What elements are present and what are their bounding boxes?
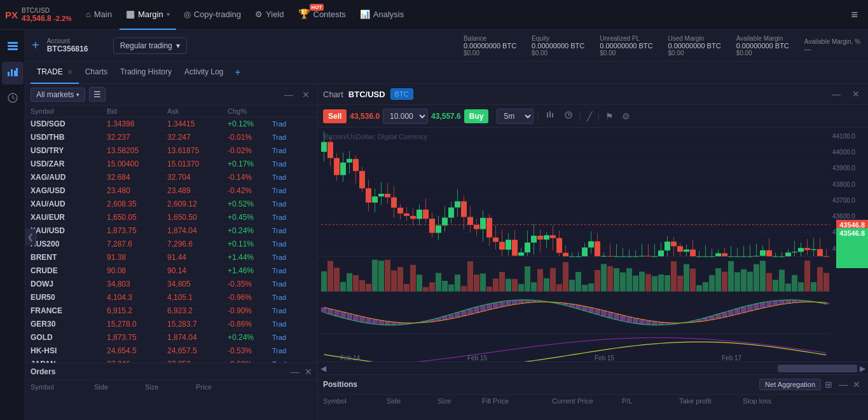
svg-rect-270 bbox=[792, 275, 797, 292]
tab-charts[interactable]: Charts bbox=[79, 62, 114, 84]
positions-minimize[interactable]: — bbox=[836, 378, 850, 391]
svg-text:Feb 15: Feb 15 bbox=[467, 355, 488, 362]
svg-rect-53 bbox=[372, 196, 378, 203]
hamburger-menu[interactable]: ≡ bbox=[846, 3, 863, 27]
orders-close[interactable]: ✕ bbox=[305, 367, 312, 377]
market-row[interactable]: USD/SGD 1.34398 1.34415 +0.12% Trad bbox=[25, 118, 317, 131]
svg-rect-77 bbox=[448, 208, 454, 218]
sidebar-icon-clock[interactable] bbox=[2, 87, 24, 111]
market-row[interactable]: USD/TRY 13.58205 13.61875 -0.02% Trad bbox=[25, 144, 317, 158]
sell-button[interactable]: Sell bbox=[323, 109, 347, 123]
tab-add[interactable]: + bbox=[230, 67, 245, 78]
all-markets-btn[interactable]: All markets ▾ bbox=[31, 88, 85, 102]
left-expand-btn[interactable]: ❮ bbox=[25, 229, 36, 245]
nav-item-contests[interactable]: HOT 🏆 Contests bbox=[292, 0, 352, 30]
markets-minimize-icon[interactable]: — bbox=[282, 88, 296, 101]
market-row[interactable]: CRUDE 90.08 90.14 +1.46% Trad bbox=[25, 264, 317, 278]
nav-item-analysis[interactable]: 📊 Analysis bbox=[354, 0, 410, 30]
nav-item-copy-trading[interactable]: ◎ Copy-trading bbox=[177, 0, 247, 30]
svg-rect-322 bbox=[614, 314, 619, 320]
svg-rect-55 bbox=[378, 194, 384, 196]
svg-rect-103 bbox=[531, 236, 537, 243]
nav-item-main[interactable]: ⌂ Main bbox=[79, 0, 118, 30]
timeframe-select[interactable]: 5m 1m 15m 1h 4h 1D bbox=[497, 109, 534, 124]
markets-view-toggle[interactable]: ☰ bbox=[89, 87, 106, 102]
market-row[interactable]: XAG/USD 23.480 23.489 -0.42% Trad bbox=[25, 184, 317, 198]
svg-text:43900.0: 43900.0 bbox=[832, 165, 856, 172]
svg-rect-232 bbox=[550, 268, 556, 292]
svg-rect-111 bbox=[556, 238, 562, 253]
market-row[interactable]: FRANCE 6,915.2 6,923.2 -0.90% Trad bbox=[25, 304, 317, 318]
svg-rect-12 bbox=[552, 113, 553, 118]
chart-pair-btn[interactable]: BTC bbox=[390, 88, 413, 100]
svg-rect-65 bbox=[410, 216, 416, 219]
market-row[interactable]: GOLD 1,873.75 1,874.04 +0.24% Trad bbox=[25, 331, 317, 344]
market-row[interactable]: BRENT 91.38 91.44 +1.44% Trad bbox=[25, 251, 317, 264]
svg-rect-149 bbox=[677, 246, 683, 252]
market-row[interactable]: HK-HSI 24,654.5 24,657.5 -0.53% Trad bbox=[25, 344, 317, 358]
contests-icon: 🏆 bbox=[298, 8, 310, 20]
svg-rect-127 bbox=[607, 256, 613, 257]
markets-close-icon[interactable]: ✕ bbox=[300, 88, 312, 101]
positions-header: Positions Net Aggregation ⊞ — ✕ bbox=[318, 375, 868, 395]
sidebar-icon-layers[interactable] bbox=[2, 36, 24, 59]
candlestick-icon[interactable] bbox=[542, 109, 558, 123]
svg-rect-95 bbox=[506, 240, 511, 249]
market-row[interactable]: GER30 15,278.0 15,283.7 -0.86% Trad bbox=[25, 318, 317, 331]
indicator-icon[interactable] bbox=[561, 109, 576, 123]
market-row[interactable]: USD/ZAR 15.00400 15.01370 +0.17% Trad bbox=[25, 158, 317, 171]
market-row[interactable]: DOWJ 34,803 34,805 -0.35% Trad bbox=[25, 278, 317, 291]
tab-activity-log[interactable]: Activity Log bbox=[178, 62, 230, 84]
nav-left-arrow[interactable]: ◀ bbox=[320, 364, 326, 373]
positions-filter-icon[interactable]: ⊞ bbox=[821, 378, 836, 391]
nav-item-yield[interactable]: ⚙ Yield bbox=[249, 0, 290, 30]
svg-rect-173 bbox=[754, 256, 759, 257]
svg-rect-119 bbox=[582, 247, 588, 256]
market-row[interactable]: EUR50 4,104.3 4,105.1 -0.96% Trad bbox=[25, 291, 317, 304]
tab-trade-close[interactable]: ✕ bbox=[67, 69, 72, 76]
settings-icon[interactable]: ⚙ bbox=[619, 110, 633, 123]
stat-available-margin-pct: Available Margin, % — bbox=[804, 38, 860, 53]
market-row[interactable]: AUS200 7,287.6 7,296.6 +0.11% Trad bbox=[25, 238, 317, 251]
flag-icon[interactable]: ⚑ bbox=[603, 110, 616, 123]
buy-button[interactable]: Buy bbox=[464, 109, 489, 123]
draw-line-icon[interactable]: ╱ bbox=[584, 110, 595, 123]
stat-balance: Balance 0.00000000 BTC $0.00 bbox=[464, 35, 516, 57]
svg-rect-109 bbox=[550, 235, 556, 238]
svg-rect-219 bbox=[467, 261, 473, 291]
nav-item-margin[interactable]: ▦ Margin ▾ bbox=[120, 0, 176, 30]
svg-rect-249 bbox=[658, 274, 664, 292]
tab-trading-history[interactable]: Trading History bbox=[114, 62, 178, 84]
nav-right-arrow[interactable]: ▶ bbox=[860, 364, 865, 373]
stat-equity: Equity 0.00000000 BTC $0.00 bbox=[532, 35, 584, 57]
market-row[interactable]: XAU/USD 1,873.75 1,874.04 +0.24% Trad bbox=[25, 224, 317, 238]
trading-mode-btn[interactable]: Regular trading ▾ bbox=[113, 37, 187, 54]
svg-rect-238 bbox=[588, 283, 594, 292]
tab-trade[interactable]: TRADE ✕ bbox=[31, 62, 79, 84]
chart-minimize[interactable]: — bbox=[829, 88, 844, 100]
orders-minimize[interactable]: — bbox=[291, 367, 300, 377]
svg-rect-268 bbox=[779, 269, 785, 291]
stat-used-margin: Used Margin 0.00000000 BTC $0.00 bbox=[668, 35, 720, 57]
market-row[interactable]: XAU/EUR 1,650.05 1,650.50 +0.45% Trad bbox=[25, 211, 317, 224]
svg-rect-75 bbox=[442, 218, 448, 226]
svg-rect-275 bbox=[823, 273, 829, 292]
net-aggregation-btn[interactable]: Net Aggregation bbox=[759, 379, 821, 390]
market-row[interactable]: JAPAN 27,246 27,252 -0.69% Trad bbox=[25, 358, 317, 363]
positions-close[interactable]: ✕ bbox=[850, 378, 863, 391]
svg-rect-153 bbox=[690, 250, 696, 257]
chart-close[interactable]: ✕ bbox=[849, 88, 863, 100]
svg-rect-185 bbox=[792, 252, 797, 252]
svg-rect-215 bbox=[442, 281, 448, 292]
tabs-row: TRADE ✕ Charts Trading History Activity … bbox=[25, 62, 868, 84]
market-row[interactable]: XAG/AUD 32.684 32.704 -0.14% Trad bbox=[25, 171, 317, 184]
markets-header: All markets ▾ ☰ — ✕ bbox=[25, 84, 317, 105]
market-row[interactable]: XAU/AUD 2,608.35 2,609.12 +0.52% Trad bbox=[25, 198, 317, 211]
svg-rect-57 bbox=[385, 194, 390, 198]
svg-rect-221 bbox=[480, 274, 486, 292]
add-account-btn[interactable]: + bbox=[32, 38, 39, 53]
market-row[interactable]: USD/THB 32.237 32.247 -0.01% Trad bbox=[25, 131, 317, 144]
volume-select[interactable]: 10.000 1.000 0.100 bbox=[383, 109, 428, 124]
svg-rect-266 bbox=[766, 273, 772, 292]
sidebar-icon-chart[interactable] bbox=[2, 62, 24, 85]
